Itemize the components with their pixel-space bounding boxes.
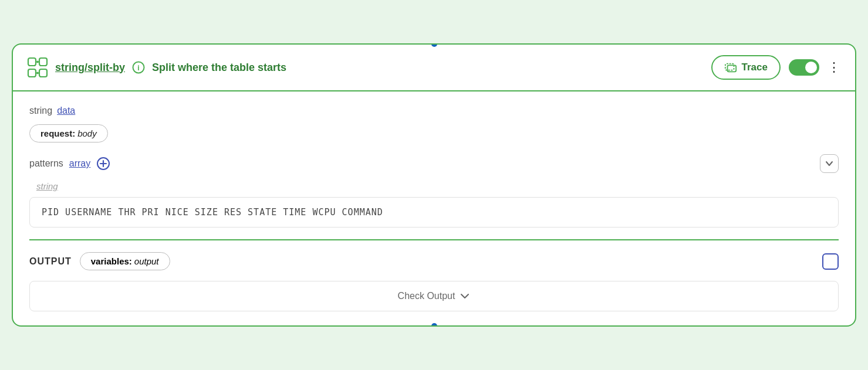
svg-rect-0 <box>28 58 36 66</box>
svg-rect-1 <box>39 58 47 66</box>
output-label: OUTPUT <box>29 256 72 267</box>
trace-label: Trace <box>742 62 768 73</box>
main-card: string/split-by i Split where the table … <box>12 43 856 327</box>
output-pill-label: variables: <box>91 256 132 266</box>
string-type-label: string <box>29 106 52 116</box>
patterns-type-label: patterns <box>29 158 63 169</box>
check-output-chevron-icon <box>460 291 470 301</box>
more-options-icon[interactable]: ⋮ <box>828 60 841 75</box>
patterns-collapse-button[interactable] <box>820 154 839 173</box>
check-output-label: Check Output <box>398 291 455 301</box>
patterns-header: patterns array <box>29 154 839 173</box>
output-pill-value: output <box>134 256 159 266</box>
string-placeholder[interactable]: string <box>36 181 839 191</box>
header: string/split-by i Split where the table … <box>13 45 855 91</box>
header-description: Split where the table starts <box>152 62 704 74</box>
trace-button[interactable]: Trace <box>711 55 781 80</box>
info-icon[interactable]: i <box>132 61 145 74</box>
output-section: OUTPUT variables: output <box>29 252 839 270</box>
section-divider <box>29 239 839 240</box>
svg-point-4 <box>36 61 39 63</box>
output-checkbox[interactable] <box>822 253 839 270</box>
request-body-pill: request: body <box>29 124 108 142</box>
add-pattern-button[interactable] <box>96 157 110 171</box>
svg-point-5 <box>36 72 39 74</box>
node-link[interactable]: string/split-by <box>55 62 125 74</box>
patterns-array-link[interactable]: array <box>69 158 90 169</box>
string-data-link[interactable]: data <box>57 106 75 116</box>
svg-rect-9 <box>727 65 736 72</box>
pill-label: request: <box>40 128 75 138</box>
check-output-bar[interactable]: Check Output <box>29 281 839 311</box>
pattern-input[interactable]: PID USERNAME THR PRI NICE SIZE RES STATE… <box>29 197 839 228</box>
body: string data request: body patterns array <box>13 91 855 325</box>
header-actions: Trace ⋮ <box>711 55 841 80</box>
svg-rect-2 <box>28 69 36 77</box>
toggle-switch[interactable] <box>789 59 819 76</box>
string-data-section-label: string data <box>29 106 839 116</box>
node-icon <box>27 57 48 78</box>
output-variables-pill: variables: output <box>80 252 170 270</box>
svg-text:i: i <box>137 64 139 72</box>
pill-value: body <box>77 128 97 138</box>
svg-rect-8 <box>725 64 734 70</box>
connector-bottom <box>431 323 437 327</box>
svg-rect-3 <box>39 69 47 77</box>
